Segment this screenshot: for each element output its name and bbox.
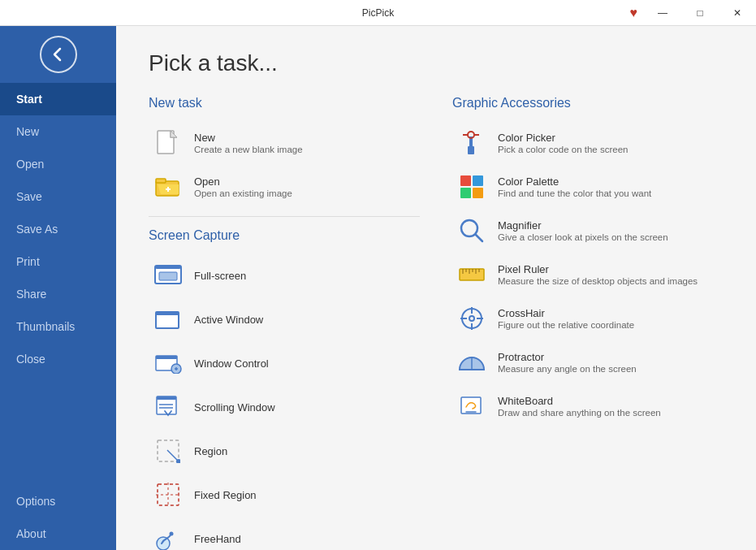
window-control-text: Window Control: [194, 357, 269, 370]
scrolling-window-item[interactable]: Scrolling Window: [149, 386, 420, 428]
sidebar-item-share[interactable]: Share: [0, 278, 116, 310]
active-window-item[interactable]: Active Window: [149, 298, 420, 340]
color-palette-label: Color Palette: [498, 175, 651, 188]
sidebar-label-start: Start: [16, 93, 42, 106]
magnifier-item[interactable]: Magnifier Give a closer look at pixels o…: [452, 210, 724, 252]
magnifier-icon: [457, 216, 486, 245]
content-inner: Pick a task... New task: [116, 26, 756, 550]
crosshair-desc: Figure out the relative coordinate: [498, 320, 634, 330]
pixel-ruler-item[interactable]: Pixel Ruler Measure the size of desktop …: [452, 253, 724, 296]
new-task-label: New: [194, 132, 303, 144]
crosshair-icon: [457, 304, 486, 333]
freehand-label: FreeHand: [194, 533, 241, 545]
heart-icon: ♥: [630, 6, 638, 20]
sidebar-label-close: Close: [16, 353, 45, 366]
magnifier-label: Magnifier: [498, 219, 668, 232]
svg-rect-34: [473, 175, 483, 186]
sidebar-item-print[interactable]: Print: [0, 245, 116, 278]
new-file-icon: [153, 128, 183, 158]
maximize-button[interactable]: □: [681, 0, 719, 26]
left-column: New task New Create a new bla: [149, 96, 420, 550]
sidebar-label-options: Options: [16, 495, 55, 508]
color-picker-icon: [457, 128, 486, 158]
window-control-icon: [153, 349, 183, 378]
svg-rect-33: [460, 175, 471, 186]
minimize-button[interactable]: —: [644, 0, 681, 26]
sidebar-item-open[interactable]: Open: [0, 148, 116, 180]
color-picker-desc: Pick a color code on the screen: [498, 145, 628, 154]
sidebar-item-about[interactable]: About: [0, 518, 116, 550]
sidebar-label-print: Print: [16, 255, 40, 268]
new-task-item[interactable]: New Create a new blank image: [149, 122, 420, 164]
protractor-item[interactable]: Protractor Measure any angle on the scre…: [452, 341, 724, 383]
fullscreen-capture-item[interactable]: Full-screen: [149, 254, 420, 297]
sidebar-label-new: New: [16, 125, 39, 138]
new-task-text: New Create a new blank image: [194, 132, 303, 154]
color-palette-item[interactable]: Color Palette Find and tune the color th…: [452, 166, 724, 208]
open-task-item[interactable]: Open Open an existing image: [149, 166, 420, 208]
whiteboard-item[interactable]: WhiteBoard Draw and share anything on th…: [452, 385, 724, 427]
svg-rect-3: [156, 179, 166, 183]
sidebar: Start New Open Save Save As Print Share …: [0, 26, 116, 550]
sidebar-label-share: Share: [16, 288, 46, 301]
svg-point-47: [469, 316, 474, 321]
sidebar-item-save[interactable]: Save: [0, 180, 116, 213]
pixel-ruler-text: Pixel Ruler Measure the size of desktop …: [498, 263, 698, 286]
sidebar-item-save-as[interactable]: Save As: [0, 213, 116, 245]
svg-rect-35: [460, 188, 471, 198]
new-task-desc: Create a new blank image: [194, 145, 303, 154]
window-control-label: Window Control: [194, 357, 269, 370]
color-palette-text: Color Palette Find and tune the color th…: [498, 175, 651, 198]
svg-rect-36: [473, 188, 483, 198]
sidebar-item-options[interactable]: Options: [0, 485, 116, 518]
window-control-item[interactable]: Window Control: [149, 342, 420, 384]
color-picker-item[interactable]: Color Picker Pick a color code on the sc…: [452, 122, 724, 164]
color-palette-icon: [457, 172, 486, 201]
sidebar-label-save-as: Save As: [16, 223, 58, 236]
sidebar-label-about: About: [16, 527, 46, 540]
magnifier-desc: Give a closer look at pixels on the scre…: [498, 232, 668, 242]
protractor-label: Protractor: [498, 351, 637, 363]
fullscreen-icon: [153, 261, 183, 290]
region-text: Region: [194, 445, 227, 457]
active-window-icon: [153, 305, 183, 334]
region-label: Region: [194, 445, 227, 457]
protractor-icon: [457, 348, 486, 377]
sidebar-label-thumbnails: Thumbnails: [16, 320, 75, 333]
svg-rect-10: [156, 312, 179, 315]
close-button[interactable]: ✕: [719, 0, 756, 26]
graphic-accessories-title: Graphic Accessories: [452, 96, 724, 110]
content-area: Pick a task... New task: [116, 26, 756, 550]
pixel-ruler-desc: Measure the size of desktop objects and …: [498, 276, 698, 286]
svg-rect-17: [157, 396, 176, 400]
sidebar-item-thumbnails[interactable]: Thumbnails: [0, 310, 116, 343]
open-file-icon: [153, 172, 183, 201]
open-task-text: Open Open an existing image: [194, 175, 292, 198]
fullscreen-label: Full-screen: [194, 270, 246, 282]
svg-point-37: [461, 220, 477, 236]
protractor-text: Protractor Measure any angle on the scre…: [498, 351, 637, 374]
sidebar-item-start[interactable]: Start: [0, 83, 116, 115]
active-window-label: Active Window: [194, 314, 263, 326]
two-col-layout: New task New Create a new bla: [149, 96, 724, 550]
title-bar-controls: ♥ — □ ✕: [630, 0, 757, 26]
app-title: PicPick: [362, 7, 394, 19]
sidebar-logo[interactable]: [0, 26, 116, 83]
sidebar-item-close[interactable]: Close: [0, 343, 116, 375]
whiteboard-label: WhiteBoard: [498, 395, 661, 407]
scrolling-window-label: Scrolling Window: [194, 401, 275, 414]
magnifier-text: Magnifier Give a closer look at pixels o…: [498, 219, 668, 242]
freehand-item[interactable]: FreeHand: [149, 518, 420, 550]
freehand-icon: [153, 524, 183, 550]
svg-point-27: [170, 532, 174, 536]
open-task-desc: Open an existing image: [194, 188, 292, 198]
protractor-desc: Measure any angle on the screen: [498, 364, 637, 374]
whiteboard-text: WhiteBoard Draw and share anything on th…: [498, 395, 661, 418]
region-item[interactable]: Region: [149, 430, 420, 472]
fixed-region-item[interactable]: Fixed Region: [149, 474, 420, 516]
back-button[interactable]: [40, 36, 77, 73]
sidebar-item-new[interactable]: New: [0, 115, 116, 148]
crosshair-item[interactable]: CrossHair Figure out the relative coordi…: [452, 297, 724, 340]
fixed-region-label: Fixed Region: [194, 489, 257, 501]
title-bar: PicPick ♥ — □ ✕: [0, 0, 756, 26]
